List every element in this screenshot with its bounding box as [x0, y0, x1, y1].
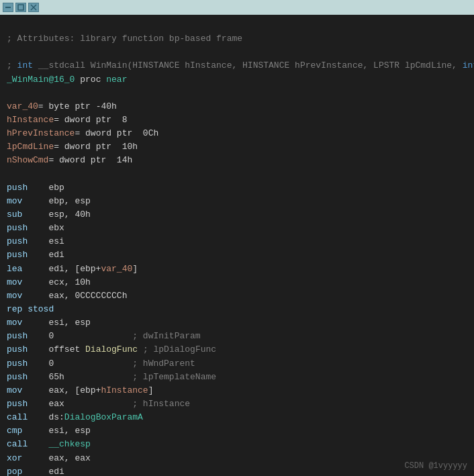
code-line-instr: mov esi, esp	[7, 316, 467, 330]
code-line-instr: call __chkesp	[7, 438, 467, 451]
code-line-instr: push ebx	[7, 222, 467, 235]
svg-rect-1	[18, 5, 23, 10]
code-line-instr: xor eax, eax	[7, 452, 467, 465]
code-line	[7, 168, 467, 181]
code-line-instr: sub esp, 40h	[7, 208, 467, 222]
code-line	[7, 46, 467, 59]
code-line-instr: push edi	[7, 248, 467, 262]
code-line	[7, 19, 467, 32]
code-line	[7, 87, 467, 100]
code-line-instr: call ds:DialogBoxParamA	[7, 411, 467, 424]
watermark: CSDN @1vyyyyy	[404, 461, 467, 471]
titlebar-btn-3[interactable]	[28, 3, 39, 12]
code-line-instr: mov eax, 0CCCCCCCCh	[7, 289, 467, 303]
code-line-instr: push ebp	[7, 181, 467, 195]
svg-rect-0	[5, 7, 11, 8]
code-line-instr: mov ebp, esp	[7, 195, 467, 208]
code-line-instr: push 65h ; lpTemplateName	[7, 371, 467, 384]
code-line-proc: _WinMain@16_0 proc near	[7, 73, 467, 87]
code-line-var: hPrevInstance= dword ptr 0Ch	[7, 127, 467, 140]
code-line-instr: push offset DialogFunc ; lpDialogFunc	[7, 343, 467, 356]
code-line-instr: push esi	[7, 235, 467, 248]
code-line-var: var_40= byte ptr -40h	[7, 100, 467, 113]
code-line-instr: pop edi	[7, 465, 467, 476]
code-line-var: nShowCmd= dword ptr 14h	[7, 154, 467, 167]
titlebar-btn-2[interactable]	[15, 3, 26, 12]
code-line-instr: push 0 ; dwInitParam	[7, 330, 467, 343]
code-line-instr: push eax ; hInstance	[7, 397, 467, 411]
code-line-attr: ; Attributes: library function bp-based …	[7, 32, 467, 46]
code-line-var: lpCmdLine= dword ptr 10h	[7, 140, 467, 154]
code-line-sig: ; int __stdcall WinMain(HINSTANCE hInsta…	[7, 59, 467, 73]
code-line-instr: lea edi, [ebp+var_40]	[7, 263, 467, 276]
code-line-var: hInstance= dword ptr 8	[7, 113, 467, 127]
code-area: ; Attributes: library function bp-based …	[0, 15, 474, 476]
code-line-instr: mov ecx, 10h	[7, 276, 467, 289]
code-line-instr: rep stosd	[7, 303, 467, 316]
code-line-instr: push 0 ; hWndParent	[7, 357, 467, 371]
titlebar	[0, 0, 474, 15]
code-line-instr: cmp esi, esp	[7, 424, 467, 438]
code-line-instr: mov eax, [ebp+hInstance]	[7, 384, 467, 397]
titlebar-btn-1[interactable]	[3, 3, 13, 12]
